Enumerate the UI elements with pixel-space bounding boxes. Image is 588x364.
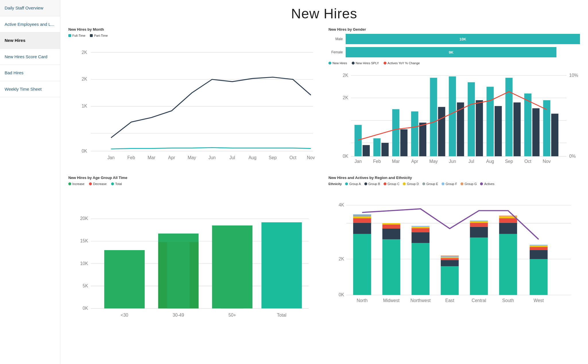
decrease-label: Decrease [93, 182, 107, 186]
gender-chart-title: New Hires by Gender [328, 27, 580, 32]
groupE-label: Group E [426, 182, 438, 186]
total-dot [111, 182, 114, 185]
age-svg: 20K 15K 10K 5K 0K <30 30-49 [68, 187, 320, 322]
svg-rect-124 [530, 247, 548, 250]
combo-legend: New Hires New Hires SPLY Actives YoY % C… [328, 61, 580, 65]
sidebar-item-daily[interactable]: Daily Staff Overview [0, 0, 60, 16]
monthly-chart-legend: Full-Time Part-Time [68, 34, 320, 37]
svg-text:Central: Central [472, 298, 486, 303]
fulltime-legend-dot [68, 34, 71, 37]
svg-rect-76 [167, 242, 189, 309]
svg-text:0K: 0K [83, 306, 88, 311]
svg-text:Oct: Oct [524, 159, 531, 164]
groupD-label: Group D [407, 182, 419, 186]
svg-text:2K: 2K [82, 50, 88, 55]
region-chart-section: New Hires and Actives by Region and Ethn… [328, 176, 580, 322]
svg-rect-118 [499, 223, 517, 234]
monthly-chart-title: New Hires by Month [68, 27, 320, 32]
groupC-dot [384, 182, 386, 185]
svg-text:5K: 5K [83, 283, 88, 288]
svg-rect-48 [495, 106, 502, 156]
svg-text:South: South [502, 298, 514, 303]
svg-rect-109 [441, 257, 459, 258]
svg-rect-96 [353, 214, 371, 215]
svg-rect-100 [382, 223, 401, 225]
legend-parttime: Part-Time [90, 34, 108, 37]
sply-dot [352, 62, 355, 65]
region-chart-title: New Hires and Actives by Region and Ethn… [328, 176, 580, 180]
svg-text:Nov: Nov [543, 159, 551, 164]
svg-rect-107 [441, 260, 459, 266]
monthly-line-chart: New Hires by Month Full-Time Part-Time [68, 27, 320, 170]
svg-text:10K: 10K [80, 261, 88, 266]
sidebar: Daily Staff Overview Active Employees an… [0, 0, 60, 364]
legend-increase: Increase [68, 182, 84, 186]
svg-rect-114 [470, 223, 488, 227]
svg-rect-111 [441, 256, 459, 256]
groupG-dot [461, 182, 463, 185]
svg-rect-30 [355, 125, 362, 156]
actives-legend-label: Actives [484, 182, 494, 186]
svg-rect-106 [441, 266, 459, 295]
svg-text:Northwest: Northwest [411, 298, 431, 303]
svg-text:North: North [357, 298, 368, 303]
legend-groupB: Group B [364, 182, 380, 186]
legend-actives: Actives [480, 182, 494, 186]
svg-rect-43 [400, 129, 407, 156]
region-chart-legend: Ethnicity Group A Group B Group C Group … [328, 182, 580, 186]
legend-total: Total [111, 182, 122, 186]
gender-female-bar-wrap: 9K [346, 47, 580, 57]
svg-rect-108 [441, 258, 459, 260]
gender-row-male: Male 10K [328, 34, 580, 44]
sidebar-item-badhires[interactable]: Bad Hires [0, 65, 60, 81]
groupG-label: Group G [465, 182, 477, 186]
legend-groupA: Group A [345, 182, 361, 186]
svg-rect-105 [411, 226, 430, 227]
svg-rect-110 [441, 256, 459, 257]
svg-rect-49 [513, 102, 521, 156]
svg-rect-78 [221, 230, 243, 308]
svg-rect-31 [373, 138, 380, 156]
svg-rect-38 [505, 78, 512, 156]
ethnicity-label: Ethnicity [328, 182, 342, 186]
gender-male-bar-wrap: 10K [346, 34, 580, 44]
gender-male-bar: 10K [346, 34, 580, 44]
region-svg: 4K 2K 0K [328, 187, 580, 308]
svg-rect-42 [382, 143, 389, 156]
svg-rect-92 [353, 223, 371, 234]
svg-rect-93 [353, 218, 371, 223]
sidebar-item-active[interactable]: Active Employees and L... [0, 16, 60, 33]
legend-groupG: Group G [461, 182, 477, 186]
svg-rect-113 [470, 227, 488, 238]
sidebar-item-newhires[interactable]: New Hires [0, 32, 60, 49]
svg-rect-73 [104, 250, 145, 308]
sidebar-item-timesheet[interactable]: Weekly Time Sheet [0, 81, 60, 98]
legend-groupF: Group F [442, 182, 457, 186]
newhires-label: New Hires [332, 61, 347, 65]
svg-rect-122 [530, 259, 548, 295]
decrease-dot [89, 182, 92, 185]
svg-text:0K: 0K [343, 154, 349, 159]
svg-rect-112 [470, 238, 488, 295]
svg-text:2K: 2K [343, 95, 349, 100]
svg-rect-98 [382, 229, 401, 240]
gender-row-female: Female 9K [328, 47, 580, 57]
svg-rect-123 [530, 250, 548, 259]
svg-rect-45 [438, 107, 445, 156]
svg-text:4K: 4K [339, 203, 345, 207]
svg-text:Jan: Jan [355, 159, 362, 164]
groupB-label: Group B [368, 182, 380, 186]
svg-rect-95 [353, 215, 371, 217]
svg-rect-39 [524, 94, 531, 156]
svg-text:0%: 0% [569, 154, 576, 159]
svg-rect-126 [530, 245, 548, 246]
svg-text:Jul: Jul [468, 159, 474, 164]
svg-text:Oct: Oct [289, 155, 297, 160]
svg-rect-117 [499, 234, 517, 295]
groupB-dot [364, 182, 367, 185]
svg-rect-34 [430, 78, 437, 156]
svg-rect-37 [487, 87, 494, 156]
legend-yoy: Actives YoY % Change [384, 61, 420, 65]
svg-rect-125 [530, 246, 548, 247]
sidebar-item-scorecard[interactable]: New Hires Score Card [0, 49, 60, 65]
